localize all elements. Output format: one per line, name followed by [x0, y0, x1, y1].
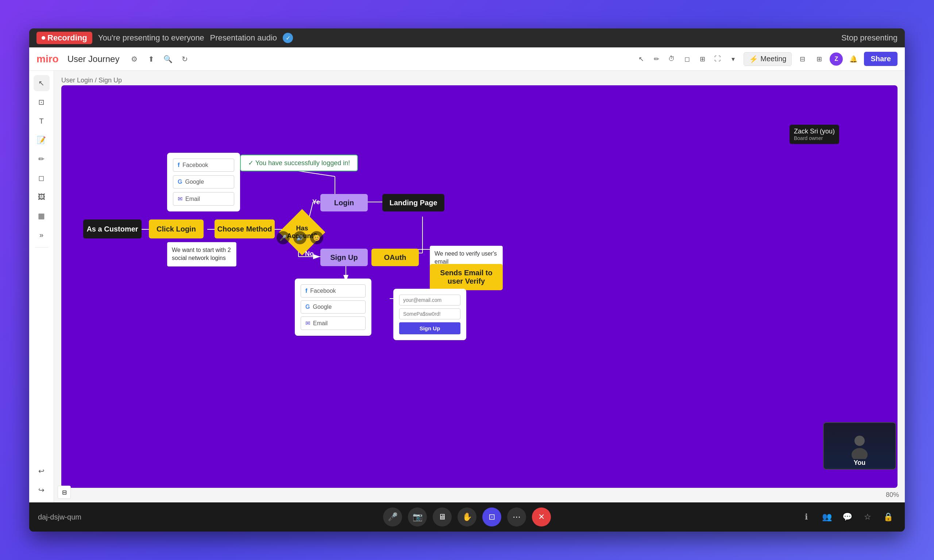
password-input[interactable] — [399, 308, 461, 319]
google-signup: G Google — [301, 300, 365, 314]
reactions-button[interactable]: ✋ — [458, 508, 476, 526]
facebook-icon2: f — [305, 288, 307, 294]
facebook-signup: f Facebook — [301, 285, 365, 297]
signup-submit-button[interactable]: Sign Up — [399, 322, 461, 334]
svg-line-6 — [299, 171, 335, 177]
signup-email-form: Sign Up — [393, 289, 466, 340]
you-label: You — [854, 459, 866, 467]
toggle-sidebar-button[interactable]: ⊟ — [58, 486, 71, 499]
presentation-button[interactable]: ⊡ — [482, 508, 501, 526]
activities-icon[interactable]: ☆ — [860, 509, 875, 525]
signup-form-box: f Facebook G Google ✉ Email — [295, 278, 371, 336]
svg-point-18 — [854, 436, 865, 446]
email-input[interactable] — [399, 295, 461, 306]
video-thumbnail: You — [823, 422, 896, 469]
miro-toolbar: miro User Journey ⚙ ⬆ 🔍 ↻ ↖ ✏ ⏱ ◻ ⊞ ⛶ ▾ … — [29, 48, 905, 71]
tooltip-name: Zack Sri (you) — [794, 128, 835, 135]
meeting-button[interactable]: ⚡ Meeting — [744, 52, 792, 66]
email-icon2: ✉ — [305, 320, 310, 327]
pen-tool[interactable]: ✏ — [34, 151, 49, 167]
audio-text: Presentation audio — [210, 33, 277, 43]
sidebar-bottom: ↩ ↪ — [34, 463, 49, 498]
email-login: ✉ Email — [173, 192, 234, 206]
notifications-icon: 🔔 — [847, 53, 860, 65]
share-button[interactable]: Share — [864, 52, 897, 66]
login-form-box: f Facebook G Google ✉ Email — [167, 153, 240, 211]
oauth-box: OAuth — [371, 249, 419, 266]
toolbar-right: ↖ ✏ ⏱ ◻ ⊞ ⛶ ▾ ⚡ Meeting ⊟ ⊞ Z 🔔 Share — [635, 52, 897, 66]
end-call-button[interactable]: ✕ — [532, 508, 551, 526]
more-options-button[interactable]: ⋯ — [507, 508, 526, 526]
social-logins-note: We want to start with 2 social network l… — [167, 242, 236, 266]
user-tooltip: Zack Sri (you) Board owner — [789, 125, 839, 144]
mute-overlay: 🎤 🔊 😊 — [277, 231, 323, 244]
left-sidebar: ↖ ⊡ T 📝 ✏ ◻ 🖼 ▦ » ↩ ↪ — [29, 71, 54, 502]
pen-icon: ✏ — [650, 53, 663, 65]
chat-icon[interactable]: 💬 — [839, 509, 855, 525]
refresh-icon[interactable]: ↻ — [179, 53, 191, 65]
select-tool[interactable]: ↖ — [34, 75, 49, 91]
image-tool[interactable]: 🖼 — [34, 189, 49, 205]
export-icon[interactable]: ⬆ — [145, 53, 157, 65]
breadcrumb: User Login / Sign Up — [61, 77, 122, 84]
canvas-area[interactable]: User Login / Sign Up — [54, 71, 905, 502]
recording-badge: Recording — [37, 32, 92, 44]
redo-button[interactable]: ↪ — [34, 482, 49, 498]
check-icon: ✓ — [283, 33, 293, 43]
lightning-icon: ⚡ — [749, 55, 758, 63]
email-icon: ✉ — [178, 195, 182, 202]
as-customer-box: As a Customer — [83, 220, 142, 238]
shapes-icon: ◻ — [681, 53, 693, 65]
info-icon[interactable]: ℹ — [798, 509, 814, 525]
choose-method-box: Choose Method — [214, 220, 275, 238]
google-icon2: G — [305, 304, 310, 310]
undo-button[interactable]: ↩ — [34, 463, 49, 479]
more-icon[interactable]: ▾ — [727, 53, 739, 65]
search-icon[interactable]: 🔍 — [162, 53, 174, 65]
sign-up-box: Sign Up — [321, 249, 368, 266]
facebook-login: f Facebook — [173, 158, 234, 172]
sends-email-box: Sends Email to user Verify — [430, 264, 503, 290]
google-login: G Google — [173, 175, 234, 188]
click-login-box: Click Login — [149, 220, 203, 238]
sidebar-divider — [35, 247, 48, 248]
text-tool[interactable]: T — [34, 113, 49, 129]
screen-share-button[interactable]: 🖥 — [433, 508, 452, 526]
success-message: ✓ You have successfully logged in! — [240, 155, 358, 171]
bottom-toolbar: daj-dsjw-qum 🎤 📷 🖥 ✋ ⊡ ⋯ ✕ ℹ 👥 💬 ☆ 🔒 — [29, 502, 905, 532]
expand-icon: ⛶ — [711, 53, 724, 65]
security-icon[interactable]: 🔒 — [880, 509, 896, 525]
frame-tool[interactable]: ⊡ — [34, 94, 49, 110]
more-tools[interactable]: » — [34, 227, 49, 243]
zoom-indicator: 80% — [886, 491, 899, 499]
volume-button[interactable]: 🔊 — [293, 231, 307, 244]
grid-icon: ⊞ — [696, 53, 709, 65]
people-icon[interactable]: 👥 — [819, 509, 835, 525]
emoji-button[interactable]: 😊 — [310, 231, 323, 244]
no-label: No — [305, 250, 314, 258]
miro-logo: miro — [37, 53, 59, 65]
toolbar-icons: ⚙ ⬆ 🔍 ↻ — [128, 53, 191, 65]
login-box: Login — [321, 194, 368, 211]
google-icon: G — [178, 178, 182, 185]
template-icon: ⊟ — [796, 53, 809, 65]
stop-presenting-button[interactable]: Stop presenting — [842, 33, 897, 43]
session-id: daj-dsjw-qum — [38, 513, 82, 522]
main-area: ↖ ⊡ T 📝 ✏ ◻ 🖼 ▦ » ↩ ↪ User Login / Sign … — [29, 71, 905, 502]
apps-icon: ⊞ — [813, 53, 825, 65]
microphone-button[interactable]: 🎤 — [383, 508, 402, 526]
camera-button[interactable]: 📷 — [408, 508, 427, 526]
cursor-icon: ↖ — [635, 53, 647, 65]
board-canvas[interactable]: As a Customer Click Login Choose Method … — [61, 85, 897, 488]
mute-button[interactable]: 🎤 — [277, 231, 290, 244]
shape-tool[interactable]: ◻ — [34, 170, 49, 186]
tooltip-role: Board owner — [794, 135, 835, 141]
avatar: Z — [830, 52, 843, 66]
recording-label: Recording — [48, 33, 87, 43]
table-tool[interactable]: ▦ — [34, 208, 49, 224]
video-inner: You — [824, 423, 895, 469]
settings-icon[interactable]: ⚙ — [128, 53, 140, 65]
svg-point-19 — [852, 448, 868, 459]
facebook-icon: f — [178, 162, 179, 168]
note-tool[interactable]: 📝 — [34, 132, 49, 148]
